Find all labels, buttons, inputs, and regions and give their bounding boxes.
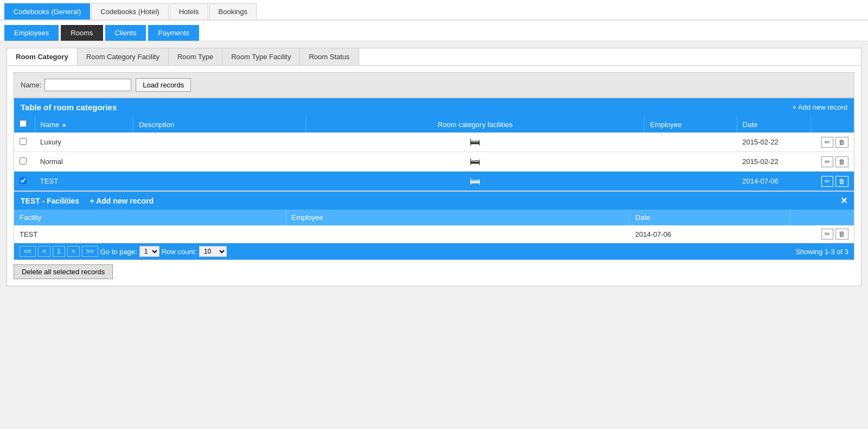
tab-hotels[interactable]: Hotels <box>170 3 208 20</box>
tab-room-category[interactable]: Room Category <box>7 48 78 65</box>
row-checkbox-cell[interactable] <box>14 133 35 152</box>
tab-strip: Room Category Room Category Facility Roo… <box>7 48 861 65</box>
edit-button[interactable]: ✏ <box>821 176 833 187</box>
row-facilities: 🛏 <box>306 172 644 191</box>
tab-codebooks-hotel[interactable]: Codebooks (Hotel) <box>91 3 168 20</box>
delete-button[interactable]: 🗑 <box>835 156 848 167</box>
row-employee <box>644 152 737 172</box>
facility-edit-button[interactable]: ✏ <box>821 229 833 239</box>
table-title: Table of room categories <box>21 103 117 112</box>
facility-actions: ✏ 🗑 <box>790 225 854 243</box>
facilities-add-new-button[interactable]: + Add new record <box>90 197 154 205</box>
th-checkbox <box>14 116 35 133</box>
sub-nav: Employees Rooms Clients Payments <box>0 21 868 41</box>
fth-actions <box>790 210 854 225</box>
load-records-button[interactable]: Load records <box>136 78 191 92</box>
fth-employee: Employee <box>286 210 630 225</box>
facilities-section: TEST - Facilities + Add new record ✕ Fac… <box>14 192 854 260</box>
tab-bookings[interactable]: Bookings <box>209 3 257 20</box>
row-actions: ✏ 🗑 <box>811 152 854 172</box>
facilities-table: Facility Employee Date TEST 2014-07-06 ✏… <box>14 210 854 243</box>
delete-selected-button[interactable]: Delete all selected records <box>14 264 113 279</box>
row-name: Luxury <box>35 133 133 152</box>
th-actions <box>811 116 854 133</box>
tab-room-category-facility[interactable]: Room Category Facility <box>78 48 169 65</box>
facilities-header: TEST - Facilities + Add new record ✕ <box>14 192 854 210</box>
row-checkbox-cell[interactable] <box>14 152 35 172</box>
th-description: Description <box>133 116 306 133</box>
table-row[interactable]: TEST 🛏 2014-07-06 ✏ 🗑 <box>14 172 854 191</box>
facility-delete-button[interactable]: 🗑 <box>835 229 848 239</box>
bed-icon: 🛏 <box>470 175 481 187</box>
go-to-page-label: Go to page: <box>100 248 137 256</box>
subnav-payments[interactable]: Payments <box>148 25 199 41</box>
row-employee <box>644 133 737 152</box>
top-nav: Codebooks (General) Codebooks (Hotel) Ho… <box>0 0 868 21</box>
row-checkbox[interactable] <box>20 138 27 145</box>
edit-button[interactable]: ✏ <box>821 156 833 167</box>
row-description <box>133 152 306 172</box>
showing-text: Showing 1-3 of 3 <box>795 248 848 256</box>
main-table-section: Table of room categories + Add new recor… <box>14 98 854 192</box>
facility-employee <box>286 225 630 243</box>
main-table: Name ▲ Description Room category facilit… <box>14 116 854 191</box>
tab-room-type[interactable]: Room Type <box>169 48 222 65</box>
row-date: 2015-02-22 <box>737 133 810 152</box>
page-select[interactable]: 1 <box>139 246 159 257</box>
row-checkbox[interactable] <box>20 157 27 165</box>
edit-button[interactable]: ✏ <box>821 137 833 148</box>
facility-date: 2014-07-06 <box>630 225 790 243</box>
row-actions: ✏ 🗑 <box>811 172 854 191</box>
facilities-row[interactable]: TEST 2014-07-06 ✏ 🗑 <box>14 225 854 243</box>
last-page-button[interactable]: >> <box>82 246 98 257</box>
subnav-employees[interactable]: Employees <box>4 25 59 41</box>
facilities-close-button[interactable]: ✕ <box>840 195 847 206</box>
table-row[interactable]: Normal 🛏 2015-02-22 ✏ 🗑 <box>14 152 854 172</box>
table-header: Table of room categories + Add new recor… <box>14 98 854 116</box>
next-page-button[interactable]: > <box>67 246 80 257</box>
row-name: TEST <box>35 172 133 191</box>
prev-page-button[interactable]: < <box>38 246 50 257</box>
th-facilities: Room category facilities <box>306 116 644 133</box>
tab-room-status[interactable]: Room Status <box>300 48 359 65</box>
row-name: Normal <box>35 152 133 172</box>
row-description <box>133 172 306 191</box>
filter-row: Name: Load records <box>14 72 854 98</box>
row-date: 2014-07-06 <box>737 172 810 191</box>
select-all-checkbox[interactable] <box>20 120 27 127</box>
row-checkbox-cell[interactable] <box>14 172 35 191</box>
first-page-button[interactable]: << <box>20 246 36 257</box>
row-actions: ✏ 🗑 <box>811 133 854 152</box>
subnav-rooms[interactable]: Rooms <box>61 25 103 41</box>
table-row[interactable]: Luxury 🛏 2015-02-22 ✏ 🗑 <box>14 133 854 152</box>
row-checkbox[interactable] <box>20 177 27 184</box>
row-facilities: 🛏 <box>306 152 644 172</box>
row-count-label: Row count: <box>162 248 197 256</box>
fth-date: Date <box>630 210 790 225</box>
add-new-record-button[interactable]: + Add new record <box>792 103 847 111</box>
content-area: Name: Load records Table of room categor… <box>7 65 861 286</box>
tab-room-type-facility[interactable]: Room Type Facility <box>222 48 300 65</box>
facility-name: TEST <box>14 225 286 243</box>
row-employee <box>644 172 737 191</box>
th-name: Name ▲ <box>35 116 133 133</box>
row-facilities: 🛏 <box>306 133 644 152</box>
name-input[interactable] <box>44 79 131 91</box>
pagination-bar: << < 1 > >> Go to page: 1 Row count: 10 … <box>14 243 854 260</box>
bed-icon: 🛏 <box>470 136 481 148</box>
delete-button[interactable]: 🗑 <box>835 137 848 148</box>
bed-icon: 🛏 <box>470 155 481 167</box>
delete-button[interactable]: 🗑 <box>835 176 848 187</box>
th-date: Date <box>737 116 810 133</box>
subnav-clients[interactable]: Clients <box>105 25 146 41</box>
tab-codebooks-general[interactable]: Codebooks (General) <box>4 3 90 20</box>
facilities-title: TEST - Facilities <box>21 197 79 205</box>
page-1-button[interactable]: 1 <box>53 246 65 257</box>
name-label: Name: <box>21 81 41 89</box>
pagination-left: << < 1 > >> Go to page: 1 Row count: 10 … <box>20 246 227 257</box>
row-count-select[interactable]: 10 25 50 100 <box>199 246 227 257</box>
row-date: 2015-02-22 <box>737 152 810 172</box>
row-description <box>133 133 306 152</box>
fth-facility: Facility <box>14 210 286 225</box>
th-employee: Employee <box>644 116 737 133</box>
